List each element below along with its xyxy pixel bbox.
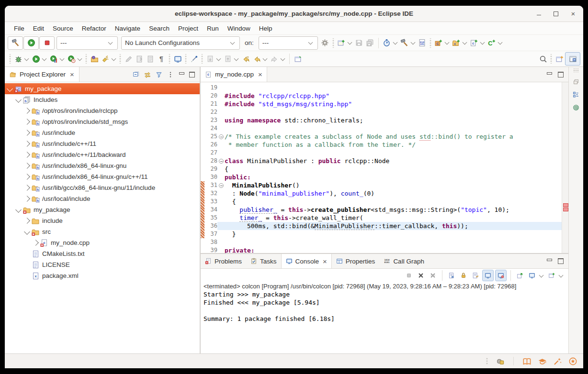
- menu-help[interactable]: Help: [255, 22, 277, 34]
- tree-item[interactable]: h/usr/include/x86_64-linux-gnu: [5, 160, 200, 171]
- close-icon[interactable]: ×: [323, 257, 327, 265]
- tree-item[interactable]: my_package: [5, 204, 200, 215]
- title-bar[interactable]: eclipse-workspace - my_package/my_packag…: [5, 6, 583, 22]
- chevron-down-icon[interactable]: [444, 40, 449, 45]
- tree-item[interactable]: hIncludes: [5, 94, 200, 105]
- outline-view-icon[interactable]: [573, 91, 579, 98]
- fold-collapse-icon[interactable]: [218, 157, 225, 165]
- code-line[interactable]: 31 MinimalPublisher(): [201, 181, 568, 189]
- toolbar-grip[interactable]: [184, 54, 187, 64]
- mark-occurrences-button[interactable]: [123, 53, 134, 65]
- chevron-down-icon[interactable]: [15, 97, 22, 103]
- previous-annotation-button[interactable]: [145, 53, 156, 65]
- open-perspective-button[interactable]: [554, 53, 565, 65]
- error-marker-icon[interactable]: [563, 203, 568, 207]
- word-wrap-button[interactable]: [470, 270, 481, 281]
- open-console-button[interactable]: [172, 53, 183, 65]
- clear-console-button[interactable]: [446, 270, 457, 281]
- chevron-down-icon[interactable]: [78, 56, 82, 61]
- code-line[interactable]: 37 }: [201, 230, 568, 238]
- show-whitespace-button[interactable]: ¶: [156, 53, 167, 65]
- chevron-down-icon[interactable]: [24, 56, 29, 61]
- chevron-down-icon[interactable]: [263, 56, 268, 61]
- code-line[interactable]: 23using namespace std::chrono_literals;: [201, 116, 568, 124]
- tab-problems[interactable]: Problems: [201, 254, 246, 268]
- open-element-button[interactable]: [89, 53, 100, 65]
- build-target-view-icon[interactable]: [573, 104, 579, 111]
- tree-item[interactable]: h/usr/local/include: [5, 193, 200, 204]
- search-button[interactable]: [538, 53, 548, 65]
- tab-console[interactable]: Console×: [281, 254, 332, 268]
- menu-edit[interactable]: Edit: [29, 22, 48, 34]
- chevron-down-icon[interactable]: [410, 40, 415, 45]
- chevron-down-icon[interactable]: [42, 56, 47, 61]
- connection-combo[interactable]: ---: [259, 36, 318, 50]
- back-button[interactable]: [251, 53, 262, 65]
- tree-item[interactable]: CMakeLists.txt: [5, 248, 200, 259]
- code-line[interactable]: 39private:: [201, 246, 568, 253]
- status-grip[interactable]: [486, 357, 488, 365]
- toolbar-grip[interactable]: [85, 54, 88, 64]
- code-line[interactable]: 22: [201, 108, 568, 116]
- whats-new-hand-icon[interactable]: [496, 357, 505, 366]
- chevron-down-icon[interactable]: [15, 207, 22, 213]
- tree-item[interactable]: LICENSE: [5, 259, 200, 270]
- show-console-on-stdout-button[interactable]: [482, 270, 494, 281]
- show-console-on-stderr-button[interactable]: [495, 270, 507, 281]
- chevron-right-icon[interactable]: [24, 196, 30, 202]
- terminate-button[interactable]: [404, 270, 414, 281]
- trim-grip[interactable]: [573, 68, 579, 72]
- maximize-view-icon[interactable]: [558, 72, 564, 77]
- scroll-lock-button[interactable]: [458, 270, 469, 281]
- chevron-right-icon[interactable]: [24, 185, 30, 191]
- chevron-down-icon[interactable]: [498, 40, 502, 45]
- chevron-down-icon[interactable]: [216, 56, 221, 61]
- badge-star-icon[interactable]: [568, 357, 577, 366]
- tab-my-node-cpp[interactable]: c my_node.cpp ×: [201, 67, 267, 82]
- save-all-button[interactable]: [365, 37, 375, 49]
- new-c-file-button[interactable]: c: [469, 37, 479, 49]
- build-button[interactable]: [8, 36, 23, 50]
- collapse-all-icon[interactable]: [133, 71, 139, 78]
- chevron-down-icon[interactable]: [281, 56, 285, 61]
- tree-item[interactable]: h/usr/include: [5, 127, 200, 138]
- tree-item[interactable]: cmy_node.cpp: [5, 237, 200, 248]
- tab-properties[interactable]: Properties: [332, 254, 380, 268]
- tree-item[interactable]: src: [5, 226, 200, 237]
- launch-config-combo[interactable]: No Launch Configurations: [121, 36, 240, 50]
- tree-item[interactable]: h/usr/include/x86_64-linux-gnu/c++/11: [5, 171, 200, 182]
- code-line[interactable]: 24: [201, 124, 568, 132]
- graduation-cap-icon[interactable]: [538, 357, 547, 366]
- code-line[interactable]: 32 : Node("minimal_publisher"), count_(0…: [201, 189, 568, 198]
- chevron-down-icon[interactable]: [24, 229, 30, 235]
- filter-icon[interactable]: [156, 71, 162, 78]
- launch-target-combo[interactable]: ---: [57, 36, 118, 50]
- menu-window[interactable]: Window: [223, 22, 255, 34]
- code-line[interactable]: 30public:: [201, 173, 568, 181]
- search-flashlight-button[interactable]: [100, 53, 111, 65]
- tree-item[interactable]: h/usr/include/c++/11: [5, 138, 200, 149]
- toolbar-grip[interactable]: [332, 38, 335, 48]
- magic-wand-icon[interactable]: [553, 357, 562, 366]
- code-line[interactable]: 29{: [201, 165, 568, 173]
- restore-views-icon[interactable]: [573, 78, 579, 85]
- chevron-down-icon[interactable]: [559, 273, 564, 277]
- chevron-down-icon[interactable]: [462, 40, 467, 45]
- save-button[interactable]: [354, 37, 364, 49]
- tab-project-explorer[interactable]: Project Explorer ×: [5, 67, 79, 82]
- pin-editor-button[interactable]: [293, 53, 303, 65]
- coverage-button[interactable]: [48, 53, 59, 65]
- code-line[interactable]: 27: [201, 149, 568, 157]
- tree-item[interactable]: include: [5, 215, 200, 226]
- chevron-right-icon[interactable]: [24, 130, 30, 136]
- code-line[interactable]: 19: [201, 84, 568, 92]
- back-to-last-edit-button[interactable]: [240, 53, 251, 65]
- chevron-down-icon[interactable]: [7, 86, 13, 92]
- maximize-view-icon[interactable]: [189, 72, 195, 77]
- code-line[interactable]: 34 publisher_ = this->create_publisher<s…: [201, 206, 568, 214]
- code-line[interactable]: 26 * member function as a callback from …: [201, 141, 568, 149]
- code-line[interactable]: 36 500ms, std::bind(&MinimalPublisher::t…: [201, 222, 568, 230]
- forward-button[interactable]: [269, 53, 280, 65]
- chevron-right-icon[interactable]: [24, 174, 30, 180]
- fold-collapse-icon[interactable]: [218, 132, 225, 141]
